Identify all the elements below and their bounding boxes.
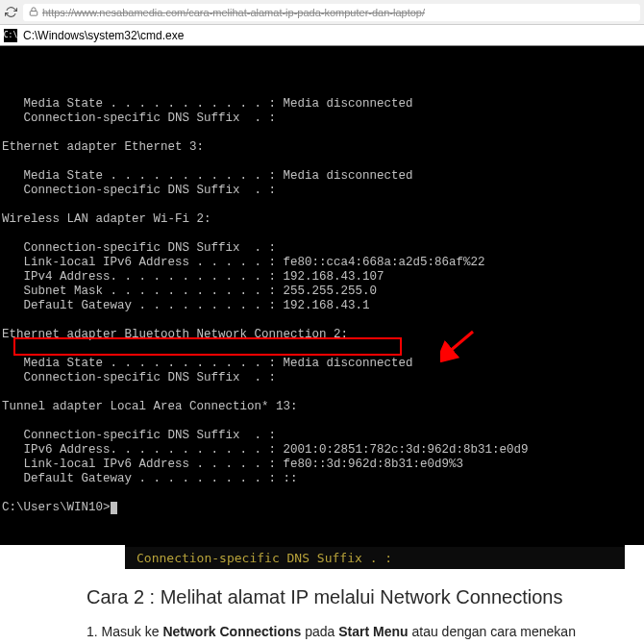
cmd-icon: C:\: [4, 29, 17, 42]
terminal-line: Connection-specific DNS Suffix . :: [0, 184, 644, 198]
terminal-line: [0, 385, 644, 400]
terminal-line: IPv4 Address. . . . . . . . . . . : 192.…: [0, 270, 644, 285]
cmd-titlebar: C:\ C:\Windows\system32\cmd.exe: [0, 25, 644, 46]
terminal-line: Media State . . . . . . . . . . . : Medi…: [0, 169, 644, 184]
terminal-line: Tunnel adapter Local Area Connection* 13…: [0, 400, 644, 414]
terminal-line: Connection-specific DNS Suffix . :: [0, 241, 644, 256]
terminal-output[interactable]: Media State . . . . . . . . . . . : Medi…: [0, 46, 644, 545]
lock-icon: [29, 7, 38, 18]
terminal-line: Connection-specific DNS Suffix . :: [0, 111, 644, 126]
terminal-line: [0, 313, 644, 328]
terminal-line: Default Gateway . . . . . . . . . : 192.…: [0, 299, 644, 313]
url-text: https://www.nesabamedia.com/cara-melihat…: [42, 7, 425, 18]
cursor: [111, 502, 117, 514]
terminal-line: Link-local IPv6 Address . . . . . : fe80…: [0, 256, 644, 270]
terminal-line: [0, 414, 644, 429]
terminal-line: IPv6 Address. . . . . . . . . . . : 2001…: [0, 443, 644, 458]
url-bar[interactable]: https://www.nesabamedia.com/cara-melihat…: [23, 4, 640, 21]
terminal-line: C:\Users\WIN10>: [0, 501, 644, 515]
cmd-title: C:\Windows\system32\cmd.exe: [23, 29, 184, 42]
terminal-line: Ethernet adapter Bluetooth Network Conne…: [0, 328, 644, 342]
terminal-line: [0, 83, 644, 97]
svg-rect-0: [30, 11, 37, 15]
reload-icon[interactable]: [4, 6, 17, 19]
embedded-terminal-snippet: Connection-specific DNS Suffix . :: [125, 545, 625, 569]
terminal-line: Subnet Mask . . . . . . . . . . . : 255.…: [0, 285, 644, 299]
terminal-line: Media State . . . . . . . . . . . : Medi…: [0, 357, 644, 371]
snippet-text: Connection-specific DNS Suffix . :: [136, 551, 392, 565]
page-content: Connection-specific DNS Suffix . : Cara …: [0, 545, 644, 642]
terminal-line: [0, 342, 644, 357]
browser-toolbar: https://www.nesabamedia.com/cara-melihat…: [0, 0, 644, 25]
terminal-line: [0, 155, 644, 169]
terminal-line: [0, 198, 644, 212]
terminal-line: [0, 126, 644, 140]
terminal-line: Connection-specific DNS Suffix . :: [0, 429, 644, 443]
terminal-line: Wireless LAN adapter Wi-Fi 2:: [0, 212, 644, 227]
terminal-line: [0, 227, 644, 241]
terminal-line: Ethernet adapter Ethernet 3:: [0, 140, 644, 155]
terminal-line: Media State . . . . . . . . . . . : Medi…: [0, 97, 644, 111]
section-heading: Cara 2 : Melihat alamat IP melalui Netwo…: [87, 586, 625, 608]
step-1: 1. Masuk ke Network Connections pada Sta…: [87, 622, 625, 642]
terminal-line: Link-local IPv6 Address . . . . . : fe80…: [0, 458, 644, 472]
terminal-line: [0, 486, 644, 501]
terminal-line: Connection-specific DNS Suffix . :: [0, 371, 644, 385]
terminal-line: Default Gateway . . . . . . . . . : ::: [0, 472, 644, 486]
